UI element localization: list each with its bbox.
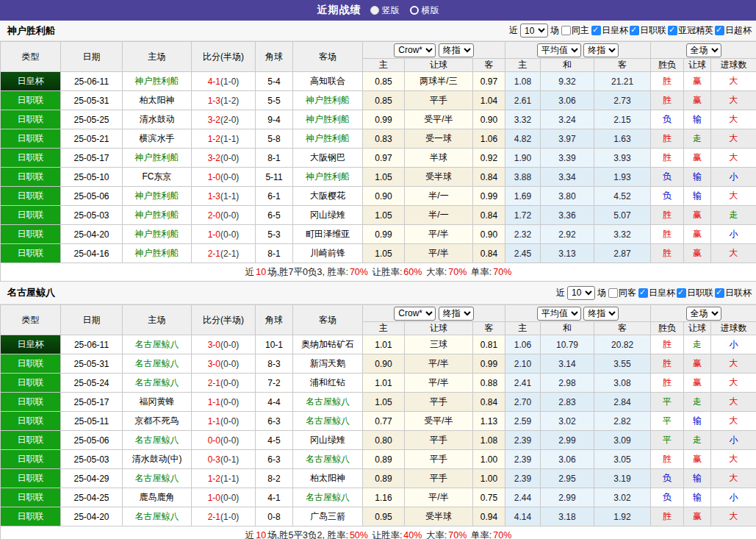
final-odds-select[interactable]: 终指 xyxy=(439,43,474,57)
away-team[interactable]: 名古屋鲸八 xyxy=(293,393,363,412)
fulltime-score: 3-2 xyxy=(208,153,220,163)
home-team[interactable]: 名古屋鲸八 xyxy=(123,431,192,450)
away-team[interactable]: 冈山绿雉 xyxy=(293,206,363,225)
same-away-filter[interactable]: 同客 xyxy=(608,287,636,299)
home-team[interactable]: 清水鼓动(中) xyxy=(123,450,192,469)
radio-horizontal-option[interactable]: 横版 xyxy=(410,4,439,17)
away-team[interactable]: 川崎前锋 xyxy=(293,244,363,263)
crow-away-odds: 1.00 xyxy=(473,450,505,469)
away-team[interactable]: 广岛三箭 xyxy=(293,507,363,526)
full-match-select[interactable]: 全场 xyxy=(686,307,721,321)
final-odds-select[interactable]: 终指 xyxy=(439,307,474,321)
away-team[interactable]: 名古屋鲸八 xyxy=(293,450,363,469)
halftime-score: (1-0) xyxy=(220,512,239,522)
checkbox-checked-icon[interactable] xyxy=(668,26,677,35)
avg-draw-odds: 3.18 xyxy=(541,507,594,526)
league-filter[interactable]: 日皇杯 xyxy=(591,24,628,37)
table-row: 日职联 25-05-06 神户胜利船 1-3(1-1) 6-1 大阪樱花 0.9… xyxy=(1,187,756,206)
home-team[interactable]: 神户胜利船 xyxy=(123,225,192,244)
checkbox-unchecked-icon[interactable] xyxy=(608,288,618,298)
summary-segment: 近 xyxy=(245,530,256,539)
corner-score: 8-3 xyxy=(256,354,293,374)
checkbox-checked-icon[interactable] xyxy=(715,26,724,35)
home-team[interactable]: 清水鼓动 xyxy=(123,110,192,129)
home-team[interactable]: 神户胜利船 xyxy=(123,206,192,225)
recent-count-select-2[interactable]: 10 xyxy=(567,286,595,300)
col-avg-away: 客 xyxy=(594,59,651,72)
corner-score: 10-1 xyxy=(256,335,293,354)
average-select[interactable]: 平均值 xyxy=(537,43,581,57)
final-odds-select-2[interactable]: 终指 xyxy=(583,43,619,57)
avg-dropdown-group: 平均值 终指 xyxy=(505,42,651,59)
away-team[interactable]: 名古屋鲸八 xyxy=(293,488,363,507)
league-filter[interactable]: 日职联 xyxy=(677,287,713,299)
same-home-filter[interactable]: 同主 xyxy=(561,24,589,37)
league-filter[interactable]: 日职联 xyxy=(630,24,666,37)
home-team[interactable]: 神户胜利船 xyxy=(123,149,192,168)
home-team[interactable]: 名古屋鲸八 xyxy=(123,354,192,374)
home-team[interactable]: 名古屋鲸八 xyxy=(123,507,192,526)
league-filter[interactable]: 日皇杯 xyxy=(638,287,675,299)
home-team[interactable]: 福冈黄蜂 xyxy=(123,393,192,412)
summary-segment: 10 xyxy=(255,267,267,277)
summary-segment: 场,胜5平3负2, 胜率: xyxy=(267,530,349,539)
away-team[interactable]: 新泻天鹅 xyxy=(293,354,363,374)
checkbox-checked-icon[interactable] xyxy=(638,288,648,298)
home-team[interactable]: 神户胜利船 xyxy=(123,72,192,91)
checkbox-checked-icon[interactable] xyxy=(677,288,686,298)
home-team[interactable]: 京都不死鸟 xyxy=(123,412,192,431)
home-team[interactable]: 神户胜利船 xyxy=(123,244,192,263)
league-filter[interactable]: 日联杯 xyxy=(715,287,752,299)
handicap-result-cell: 赢 xyxy=(684,206,711,225)
away-team[interactable]: 冈山绿雉 xyxy=(293,431,363,450)
home-team[interactable]: 横滨水手 xyxy=(123,129,192,149)
home-team[interactable]: 柏太阳神 xyxy=(123,91,192,110)
average-select[interactable]: 平均值 xyxy=(537,307,581,321)
fulltime-score: 0-3 xyxy=(208,454,220,465)
away-team[interactable]: 名古屋鲸八 xyxy=(293,412,363,431)
away-team[interactable]: 浦和红钻 xyxy=(293,374,363,393)
away-team[interactable]: 奥纳加钴矿石 xyxy=(293,335,363,354)
checkbox-checked-icon[interactable] xyxy=(591,26,601,35)
avg-home-odds: 1.90 xyxy=(505,149,541,168)
fullmatch-dropdown-group: 全场 xyxy=(651,42,756,59)
radio-vertical-option[interactable]: 竖版 xyxy=(370,4,400,17)
avg-home-odds: 4.14 xyxy=(505,507,541,526)
away-team[interactable]: 大阪樱花 xyxy=(293,187,363,206)
radio-selected-icon[interactable] xyxy=(370,6,379,15)
avg-draw-odds: 3.36 xyxy=(541,206,594,225)
league-filter[interactable]: 日超杯 xyxy=(715,24,752,37)
home-team[interactable]: 名古屋鲸八 xyxy=(123,335,192,354)
crow-away-odds: 1.08 xyxy=(473,431,505,450)
home-team[interactable]: 神户胜利船 xyxy=(123,187,192,206)
corner-score: 8-2 xyxy=(256,469,293,488)
checkbox-unchecked-icon[interactable] xyxy=(561,26,571,35)
away-team[interactable]: 高知联合 xyxy=(293,72,363,91)
recent-count-select[interactable]: 10 xyxy=(520,24,548,38)
crow-handicap: 平/半 xyxy=(405,488,473,507)
section1-filter-bar: 神户胜利船 近 10 场 同主 日皇杯日职联亚冠精英日超杯 xyxy=(0,21,756,41)
games-label: 场 xyxy=(550,24,559,37)
table-row: 日职联 25-04-20 神户胜利船 1-0(0-0) 5-3 町田泽维亚 0.… xyxy=(1,225,756,244)
table-row: 日职联 25-05-25 清水鼓动 3-2(2-0) 9-4 神户胜利船 0.9… xyxy=(1,110,756,129)
home-team[interactable]: 鹿岛鹿角 xyxy=(123,488,192,507)
away-team[interactable]: 神户胜利船 xyxy=(293,91,363,110)
away-team[interactable]: 神户胜利船 xyxy=(293,110,363,129)
radio-unselected-icon[interactable] xyxy=(410,6,419,15)
away-team[interactable]: 神户胜利船 xyxy=(293,129,363,149)
away-team[interactable]: 大阪钢巴 xyxy=(293,149,363,168)
bookmaker-select[interactable]: Crow* xyxy=(394,43,436,57)
home-team[interactable]: 名古屋鲸八 xyxy=(123,374,192,393)
home-team[interactable]: 名古屋鲸八 xyxy=(123,469,192,488)
checkbox-checked-icon[interactable] xyxy=(715,288,724,298)
checkbox-checked-icon[interactable] xyxy=(630,26,639,35)
away-team[interactable]: 神户胜利船 xyxy=(293,168,363,187)
bookmaker-select[interactable]: Crow* xyxy=(394,307,436,321)
away-team[interactable]: 柏太阳神 xyxy=(293,469,363,488)
away-team[interactable]: 町田泽维亚 xyxy=(293,225,363,244)
crow-handicap: 平/半 xyxy=(405,225,473,244)
final-odds-select-2[interactable]: 终指 xyxy=(583,307,619,321)
home-team[interactable]: FC东京 xyxy=(123,168,192,187)
league-filter[interactable]: 亚冠精英 xyxy=(668,24,713,37)
full-match-select[interactable]: 全场 xyxy=(686,43,721,57)
